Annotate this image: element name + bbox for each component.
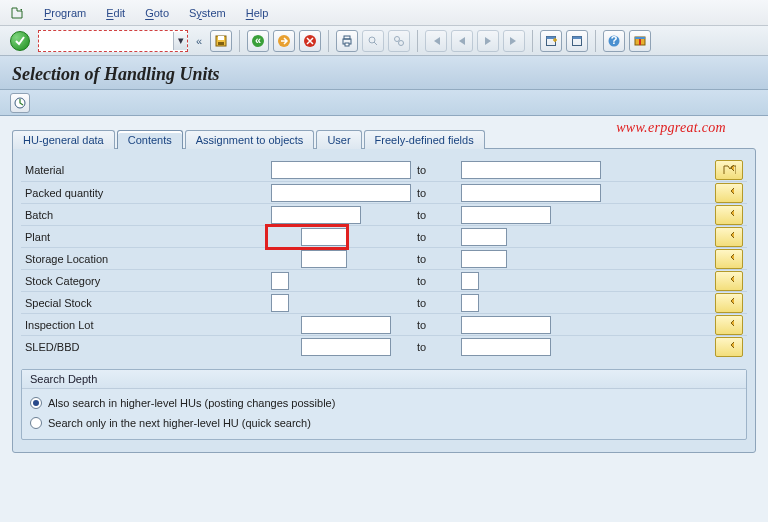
to-label: to [411, 319, 461, 331]
to-label: to [411, 187, 461, 199]
batch-to-input[interactable] [461, 206, 551, 224]
inspection-lot-to-input[interactable] [461, 316, 551, 334]
last-page-icon [503, 30, 525, 52]
command-input[interactable] [39, 32, 173, 50]
next-page-icon [477, 30, 499, 52]
svg-rect-2 [218, 42, 224, 45]
inspection-lot-multiselect-button[interactable] [715, 315, 743, 335]
save-icon[interactable] [210, 30, 232, 52]
row-sled-bbd: SLED/BBD to [21, 335, 747, 357]
batch-multiselect-button[interactable] [715, 205, 743, 225]
radio-search-only-next[interactable]: Search only in the next higher-level HU … [30, 413, 738, 433]
toolbar-separator [417, 30, 418, 52]
new-session-icon[interactable] [540, 30, 562, 52]
tab-assignment-to-objects[interactable]: Assignment to objects [185, 130, 315, 149]
menu-system[interactable]: System [189, 7, 226, 19]
storage-loc-from-input[interactable] [301, 250, 347, 268]
title-area: Selection of Handling Units [0, 56, 768, 90]
toolbar-separator [532, 30, 533, 52]
svg-rect-21 [639, 39, 641, 45]
stock-cat-from-input[interactable] [271, 272, 289, 290]
content-area: www.erpgreat.com HU-general data Content… [0, 116, 768, 522]
menu-bar: Program Edit Goto System Help [0, 0, 768, 26]
tab-contents[interactable]: Contents [117, 130, 183, 149]
menu-help[interactable]: Help [246, 7, 269, 19]
enter-button[interactable] [10, 31, 30, 51]
radio-label: Also search in higher-level HUs (posting… [48, 397, 335, 409]
prev-page-icon [451, 30, 473, 52]
svg-rect-14 [547, 36, 556, 39]
svg-rect-9 [345, 43, 349, 46]
label-stock-category: Stock Category [21, 275, 271, 287]
menu-edit[interactable]: Edit [106, 7, 125, 19]
help-icon[interactable]: ? [603, 30, 625, 52]
to-label: to [411, 275, 461, 287]
svg-point-11 [395, 36, 400, 41]
first-page-icon [425, 30, 447, 52]
stock-cat-multiselect-button[interactable] [715, 271, 743, 291]
svg-text:?: ? [611, 34, 618, 46]
radio-also-search-higher[interactable]: Also search in higher-level HUs (posting… [30, 393, 738, 413]
special-stock-to-input[interactable] [461, 294, 479, 312]
search-depth-group: Search Depth Also search in higher-level… [21, 369, 747, 440]
back-icon[interactable]: « [247, 30, 269, 52]
storage-loc-multiselect-button[interactable] [715, 249, 743, 269]
special-stock-multiselect-button[interactable] [715, 293, 743, 313]
plant-multiselect-button[interactable] [715, 227, 743, 247]
material-from-input[interactable] [271, 161, 411, 179]
menu-goto[interactable]: Goto [145, 7, 169, 19]
page-title: Selection of Handling Units [12, 64, 756, 85]
label-sled-bbd: SLED/BBD [21, 341, 271, 353]
tab-freely-defined-fields[interactable]: Freely-defined fields [364, 130, 485, 149]
create-shortcut-icon[interactable] [566, 30, 588, 52]
row-inspection-lot: Inspection Lot to [21, 313, 747, 335]
to-label: to [411, 253, 461, 265]
label-batch: Batch [21, 209, 271, 221]
label-plant: Plant [21, 231, 271, 243]
special-stock-from-input[interactable] [271, 294, 289, 312]
radio-icon[interactable] [30, 397, 42, 409]
sled-to-input[interactable] [461, 338, 551, 356]
storage-loc-to-input[interactable] [461, 250, 507, 268]
label-packed-quantity: Packed quantity [21, 187, 271, 199]
material-multiselect-button[interactable] [715, 160, 743, 180]
inspection-lot-from-input[interactable] [301, 316, 391, 334]
stock-cat-to-input[interactable] [461, 272, 479, 290]
sled-from-input[interactable] [301, 338, 391, 356]
row-packed-quantity: Packed quantity to [21, 181, 747, 203]
tab-contents-body: Material to Packed quantity to Batch to [12, 148, 756, 453]
app-toolbar-secondary [0, 90, 768, 116]
material-to-input[interactable] [461, 161, 601, 179]
menu-handle-icon[interactable] [10, 6, 24, 20]
layout-icon[interactable] [629, 30, 651, 52]
plant-from-input[interactable] [301, 228, 347, 246]
batch-from-input[interactable] [271, 206, 361, 224]
watermark-text: www.erpgreat.com [616, 120, 726, 136]
exit-icon[interactable] [273, 30, 295, 52]
toolbar-separator [239, 30, 240, 52]
cancel-icon[interactable] [299, 30, 321, 52]
toolbar-separator [595, 30, 596, 52]
execute-icon[interactable] [10, 93, 30, 113]
plant-to-input[interactable] [461, 228, 507, 246]
svg-rect-16 [573, 36, 582, 39]
packed-qty-from-input[interactable] [271, 184, 411, 202]
tab-hu-general-data[interactable]: HU-general data [12, 130, 115, 149]
to-label: to [411, 297, 461, 309]
print-icon[interactable] [336, 30, 358, 52]
packed-qty-to-input[interactable] [461, 184, 601, 202]
radio-icon[interactable] [30, 417, 42, 429]
packed-qty-multiselect-button[interactable] [715, 183, 743, 203]
menu-program[interactable]: Program [44, 7, 86, 19]
collapse-toolbar-icon[interactable]: « [192, 35, 206, 47]
row-storage-location: Storage Location to [21, 247, 747, 269]
command-dropdown-icon[interactable]: ▾ [173, 32, 187, 50]
sled-multiselect-button[interactable] [715, 337, 743, 357]
svg-point-12 [399, 40, 404, 45]
tab-user[interactable]: User [316, 130, 361, 149]
svg-rect-1 [218, 36, 224, 40]
label-storage-location: Storage Location [21, 253, 271, 265]
svg-rect-20 [635, 37, 645, 39]
command-field[interactable]: ▾ [38, 30, 188, 52]
row-material: Material to [21, 159, 747, 181]
